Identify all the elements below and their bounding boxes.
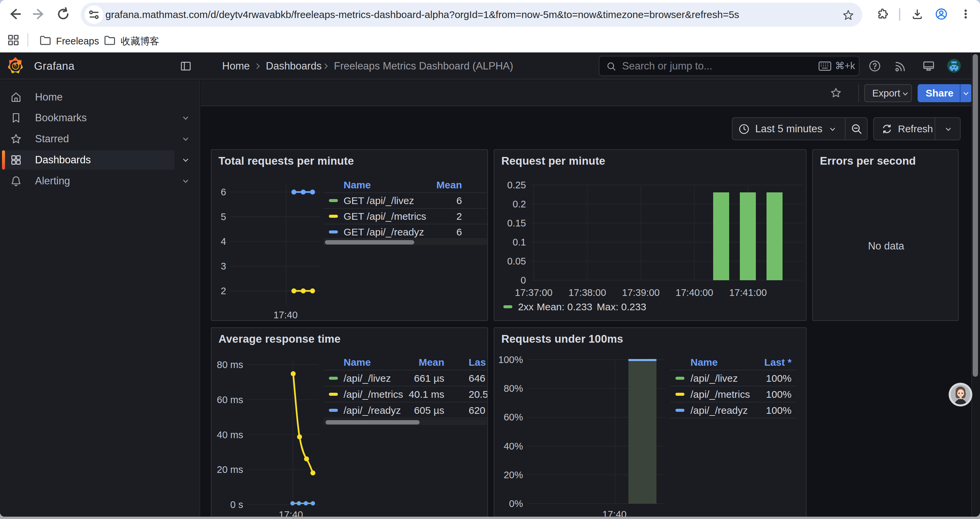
svg-text:40.1 ms: 40.1 ms [409,389,444,400]
svg-text:40%: 40% [504,441,523,452]
svg-text:20 ms: 20 ms [217,464,243,475]
svg-text:100%: 100% [498,355,523,365]
svg-text:0.1: 0.1 [513,237,526,248]
svg-text:17:37:00: 17:37:00 [515,287,553,298]
svg-text:4: 4 [221,236,226,247]
svg-text:80%: 80% [504,383,523,394]
svg-text:20.5 m: 20.5 m [469,389,487,400]
svg-text:Name: Name [690,357,718,368]
svg-text:Mean: 0.233: Mean: 0.233 [537,301,592,312]
svg-text:100%: 100% [766,405,792,416]
svg-text:17:38:00: 17:38:00 [568,287,606,298]
svg-text:5: 5 [221,211,226,222]
svg-text:Name: Name [344,179,371,190]
svg-text:40 ms: 40 ms [217,430,243,440]
svg-text:17:40:00: 17:40:00 [675,287,713,298]
svg-text:/api/_/metrics: /api/_/metrics [690,389,750,400]
svg-text:80 ms: 80 ms [217,359,243,370]
svg-text:GET /api/_/livez: GET /api/_/livez [344,195,414,206]
svg-text:17:40: 17:40 [279,509,303,517]
svg-text:0%: 0% [509,498,523,509]
svg-text:0 s: 0 s [230,499,243,510]
svg-text:Last *: Last * [764,357,792,368]
svg-text:646: 646 [469,373,485,384]
svg-text:3: 3 [221,261,226,271]
svg-text:2: 2 [221,286,226,296]
svg-text:6: 6 [456,195,462,206]
svg-text:GET /api/_/readyz: GET /api/_/readyz [344,227,424,238]
svg-text:2: 2 [456,211,462,222]
svg-text:/api/_/metrics: /api/_/metrics [344,389,403,400]
svg-text:/api/_/livez: /api/_/livez [344,373,391,384]
svg-text:Mean: Mean [436,179,462,190]
svg-text:6: 6 [456,227,462,238]
svg-text:60%: 60% [504,412,523,423]
svg-text:2xx: 2xx [518,301,534,312]
svg-text:/api/_/livez: /api/_/livez [690,373,738,384]
svg-text:0.25: 0.25 [508,180,526,190]
svg-text:100%: 100% [766,373,792,384]
svg-text:605 µs: 605 µs [414,405,444,416]
svg-text:Max: 0.233: Max: 0.233 [597,301,646,312]
svg-text:17:41:00: 17:41:00 [729,287,767,298]
svg-text:20%: 20% [504,469,523,480]
svg-text:GET /api/_/metrics: GET /api/_/metrics [344,211,426,222]
svg-text:0.05: 0.05 [508,256,526,267]
svg-text:17:40: 17:40 [602,509,627,517]
svg-text:/api/_/readyz: /api/_/readyz [344,405,401,416]
svg-text:/api/_/readyz: /api/_/readyz [690,405,748,416]
svg-text:0.2: 0.2 [513,199,526,209]
svg-text:0: 0 [521,275,526,286]
svg-text:Name: Name [344,357,371,368]
svg-text:60 ms: 60 ms [217,394,243,405]
svg-text:100%: 100% [766,389,792,400]
svg-text:Mean: Mean [418,357,444,368]
svg-text:661 µs: 661 µs [414,373,444,384]
svg-text:17:40: 17:40 [274,310,298,320]
svg-text:0.15: 0.15 [508,218,526,228]
svg-text:620: 620 [469,405,485,416]
svg-text:Las: Las [469,357,486,368]
svg-text:17:39:00: 17:39:00 [622,287,660,298]
svg-text:6: 6 [221,187,226,197]
